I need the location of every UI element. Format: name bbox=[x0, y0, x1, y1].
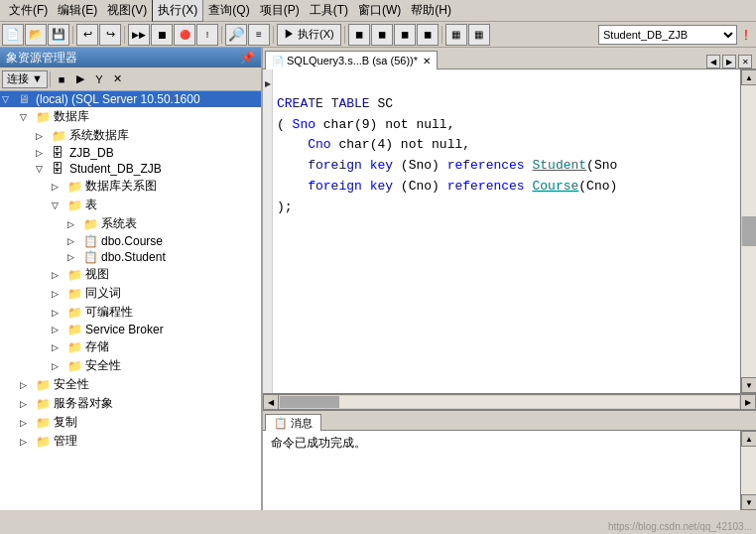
h-scroll-left[interactable]: ◀ bbox=[263, 394, 279, 410]
toolbar-icon6[interactable]: ▦ bbox=[468, 24, 490, 46]
redo-btn[interactable]: ↪ bbox=[99, 24, 121, 46]
connect-btn[interactable]: 连接 ▼ bbox=[2, 70, 48, 88]
expand-views[interactable]: ▷ bbox=[52, 270, 67, 280]
tree-node-diagrams[interactable]: ▷ 📁 数据库关系图 bbox=[0, 177, 261, 196]
tree-node-sysdb[interactable]: ▷ 📁 系统数据库 bbox=[0, 126, 261, 145]
toolbar-icon5[interactable]: ▦ bbox=[445, 24, 467, 46]
messages-text-area: 命令已成功完成。 bbox=[263, 431, 740, 510]
msg-scroll-up[interactable]: ▲ bbox=[741, 431, 756, 447]
undo-btn[interactable]: ↩ bbox=[76, 24, 98, 46]
toolbar-icon4[interactable]: ◼ bbox=[417, 24, 439, 46]
expand-diagrams[interactable]: ▷ bbox=[52, 182, 67, 192]
expand-security[interactable]: ▷ bbox=[20, 380, 36, 390]
expand-zjbdb[interactable]: ▷ bbox=[36, 148, 52, 158]
toolbar-icon2[interactable]: ◼ bbox=[371, 24, 393, 46]
expand-course[interactable]: ▷ bbox=[67, 236, 83, 246]
query-tab-bar: 📄 SQLQuery3.s...B (sa (56))* ✕ ◀ ▶ ✕ bbox=[263, 48, 756, 69]
tab-nav-right[interactable]: ▶ bbox=[722, 55, 736, 68]
expand-replication[interactable]: ▷ bbox=[20, 418, 36, 428]
panel-btn1[interactable]: ■ bbox=[53, 70, 70, 88]
tree-node-systables[interactable]: ▷ 📁 系统表 bbox=[0, 214, 261, 233]
tree-node-management[interactable]: ▷ 📁 管理 bbox=[0, 432, 261, 451]
expand-sysdb[interactable]: ▷ bbox=[36, 131, 52, 141]
code-editor[interactable]: CREATE TABLE SC ( Sno char(9) not null, … bbox=[273, 69, 740, 393]
menu-execute[interactable]: 执行(X) bbox=[152, 0, 203, 22]
tree-node-db-security[interactable]: ▷ 📁 安全性 bbox=[0, 356, 261, 375]
msg-right-scrollbar[interactable]: ▲ ▼ bbox=[740, 431, 756, 510]
expand-databases[interactable]: ▽ bbox=[20, 112, 36, 122]
open-btn[interactable]: 📂 bbox=[25, 24, 47, 46]
panel-btn2[interactable]: ▶ bbox=[71, 70, 89, 88]
msg-scroll-down[interactable]: ▼ bbox=[741, 494, 756, 510]
tree-container[interactable]: ▽ 🖥 (local) (SQL Server 10.50.1600 ▽ 📁 数… bbox=[0, 91, 261, 510]
new-query-btn[interactable]: 📄 bbox=[2, 24, 24, 46]
expand-student[interactable]: ▷ bbox=[67, 252, 83, 262]
h-scroll-track[interactable] bbox=[280, 396, 739, 408]
expand-server[interactable]: ▽ bbox=[2, 94, 18, 104]
scroll-up-btn[interactable]: ▲ bbox=[741, 69, 756, 85]
menu-view[interactable]: 视图(V) bbox=[102, 0, 152, 21]
msg-tab-messages[interactable]: 📋 消息 bbox=[265, 414, 321, 431]
tab-close-all[interactable]: ✕ bbox=[738, 55, 752, 68]
query-tab-active[interactable]: 📄 SQLQuery3.s...B (sa (56))* ✕ bbox=[265, 51, 438, 69]
expand-studentdb[interactable]: ▽ bbox=[36, 164, 52, 174]
warning-btn[interactable]: ! bbox=[738, 24, 754, 46]
tree-node-views[interactable]: ▷ 📁 视图 bbox=[0, 265, 261, 284]
menu-edit[interactable]: 编辑(E) bbox=[53, 0, 102, 21]
menu-window[interactable]: 窗口(W) bbox=[353, 0, 406, 21]
tab-close-btn[interactable]: ✕ bbox=[423, 56, 431, 67]
expand-systables[interactable]: ▷ bbox=[67, 219, 83, 229]
menu-project[interactable]: 项目(P) bbox=[255, 0, 305, 21]
db-selector[interactable]: Student_DB_ZJB bbox=[598, 25, 737, 45]
toolbar-btn6[interactable]: ! bbox=[196, 24, 218, 46]
expand-storage[interactable]: ▷ bbox=[52, 342, 67, 352]
tree-node-course[interactable]: ▷ 📋 dbo.Course bbox=[0, 233, 261, 249]
tree-node-replication[interactable]: ▷ 📁 复制 bbox=[0, 413, 261, 432]
menu-help[interactable]: 帮助(H) bbox=[406, 0, 456, 21]
tree-node-security[interactable]: ▷ 📁 安全性 bbox=[0, 375, 261, 394]
expand-synonyms[interactable]: ▷ bbox=[52, 289, 67, 299]
tree-node-student[interactable]: ▷ 📋 dbo.Student bbox=[0, 249, 261, 265]
right-scrollbar[interactable]: ▲ ▼ bbox=[740, 69, 756, 393]
scroll-down-btn[interactable]: ▼ bbox=[741, 377, 756, 393]
expand-broker[interactable]: ▷ bbox=[52, 325, 67, 334]
toolbar-btn3[interactable]: ▶▶ bbox=[128, 24, 150, 46]
expand-management[interactable]: ▷ bbox=[20, 437, 36, 447]
h-scrollbar[interactable]: ◀ ▶ bbox=[263, 395, 756, 411]
execute-btn[interactable]: ▶ 执行(X) bbox=[277, 24, 341, 46]
tab-nav-left[interactable]: ◀ bbox=[706, 55, 720, 68]
tree-node-studentdb[interactable]: ▽ 🗄 Student_DB_ZJB bbox=[0, 161, 261, 177]
tree-node-zjbdb[interactable]: ▷ 🗄 ZJB_DB bbox=[0, 145, 261, 161]
tree-node-tables[interactable]: ▽ 📁 表 bbox=[0, 196, 261, 214]
toolbar-btn4[interactable]: ⏹ bbox=[151, 24, 173, 46]
h-scroll-thumb[interactable] bbox=[280, 396, 339, 408]
tree-node-databases[interactable]: ▽ 📁 数据库 bbox=[0, 107, 261, 126]
expand-server-obj[interactable]: ▷ bbox=[20, 399, 36, 409]
toolbar-btn8[interactable]: ≡ bbox=[248, 24, 270, 46]
menu-file[interactable]: 文件(F) bbox=[4, 0, 53, 21]
menu-tools[interactable]: 工具(T) bbox=[305, 0, 353, 21]
messages-content: 命令已成功完成。 ▲ ▼ bbox=[263, 431, 756, 510]
panel-pin[interactable]: 📌 bbox=[240, 51, 255, 65]
tree-node-storage[interactable]: ▷ 📁 存储 bbox=[0, 337, 261, 356]
expand-tables[interactable]: ▽ bbox=[52, 200, 67, 210]
scroll-thumb[interactable] bbox=[742, 216, 756, 246]
scroll-track-top bbox=[741, 85, 756, 216]
expand-db-security[interactable]: ▷ bbox=[52, 361, 67, 371]
tree-node-broker[interactable]: ▷ 📁 Service Broker bbox=[0, 322, 261, 337]
save-btn[interactable]: 💾 bbox=[48, 24, 69, 46]
systables-label: 系统表 bbox=[101, 215, 137, 232]
refresh-btn[interactable]: ✕ bbox=[109, 70, 127, 88]
menu-query[interactable]: 查询(Q) bbox=[203, 0, 254, 21]
tree-node-prog[interactable]: ▷ 📁 可编程性 bbox=[0, 303, 261, 322]
expand-prog[interactable]: ▷ bbox=[52, 308, 67, 318]
toolbar-btn7[interactable]: 🔎 bbox=[225, 24, 247, 46]
filter-btn[interactable]: Y bbox=[90, 70, 108, 88]
toolbar-btn5[interactable]: 🔴 bbox=[174, 24, 195, 46]
tree-node-synonyms[interactable]: ▷ 📁 同义词 bbox=[0, 284, 261, 303]
toolbar-icon3[interactable]: ◼ bbox=[394, 24, 416, 46]
h-scroll-right[interactable]: ▶ bbox=[740, 394, 756, 410]
tree-node-server-obj[interactable]: ▷ 📁 服务器对象 bbox=[0, 394, 261, 413]
tree-node-server[interactable]: ▽ 🖥 (local) (SQL Server 10.50.1600 bbox=[0, 91, 261, 107]
toolbar-icon1[interactable]: ◼ bbox=[348, 24, 370, 46]
